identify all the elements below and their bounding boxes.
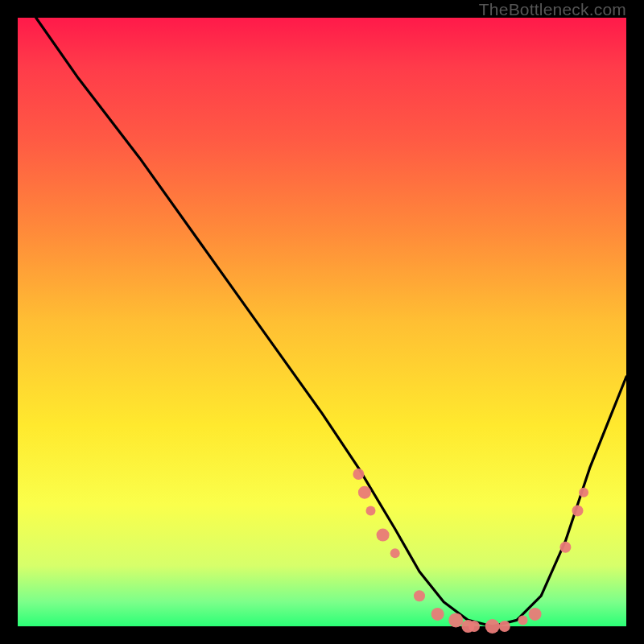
scatter-point (414, 590, 425, 601)
scatter-point (529, 608, 542, 621)
scatter-point (377, 529, 390, 542)
watermark-text: TheBottleneck.com (479, 0, 626, 19)
scatter-point (366, 506, 376, 515)
chart-svg (18, 18, 626, 626)
scatter-point (358, 486, 371, 499)
scatter-point (572, 505, 584, 516)
scatter-point (353, 469, 364, 480)
chart-scatter-points (353, 469, 588, 634)
scatter-point (485, 619, 500, 634)
scatter-point (431, 608, 444, 621)
scatter-point (559, 542, 571, 553)
chart-curve (36, 18, 626, 626)
scatter-point (469, 621, 480, 632)
scatter-point (390, 548, 400, 558)
chart-plot-area (18, 18, 626, 626)
scatter-point (518, 615, 528, 625)
scatter-point (579, 488, 588, 497)
scatter-point (448, 613, 463, 627)
scatter-point (499, 621, 510, 632)
